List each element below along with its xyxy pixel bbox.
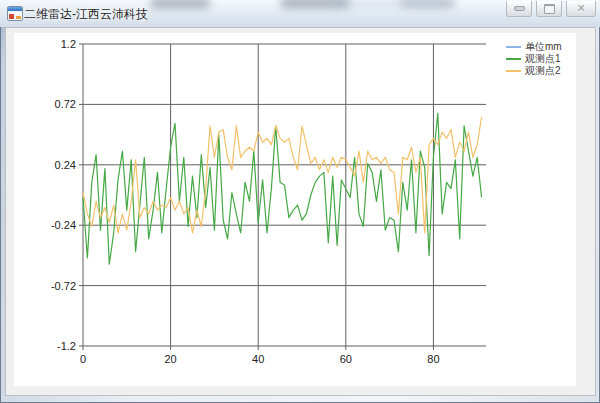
legend-item: 观测点1 xyxy=(506,53,574,65)
maximize-button[interactable] xyxy=(536,1,562,17)
window-title: 二维雷达-江西云沛科技 xyxy=(24,6,148,23)
svg-text:-0.72: -0.72 xyxy=(51,280,76,292)
legend-label-unit: 单位mm xyxy=(525,41,562,53)
svg-text:-0.24: -0.24 xyxy=(51,219,76,231)
svg-text:0: 0 xyxy=(80,353,86,365)
legend-swatch-point1 xyxy=(506,58,521,60)
svg-text:40: 40 xyxy=(252,353,264,365)
app-icon-orange-block xyxy=(16,16,21,19)
minimize-icon xyxy=(514,6,525,11)
svg-text:0.24: 0.24 xyxy=(55,159,76,171)
app-window: 二维雷达-江西云沛科技 ✕ 1.20.720.24-0.24-0.72-1.20… xyxy=(0,0,600,403)
chart-legend: 单位mm 观测点1 观测点2 xyxy=(506,41,574,77)
svg-text:1.2: 1.2 xyxy=(61,38,76,50)
app-icon xyxy=(7,6,23,21)
glass-smudge xyxy=(330,0,450,6)
legend-swatch-unit xyxy=(506,46,521,48)
legend-item: 观测点2 xyxy=(506,65,574,77)
legend-swatch-point2 xyxy=(506,70,521,72)
maximize-icon xyxy=(544,4,555,14)
app-icon-red-block xyxy=(9,14,14,19)
chart-canvas: 1.20.720.24-0.24-0.72-1.2020406080 xyxy=(14,33,576,386)
client-area: 1.20.720.24-0.24-0.72-1.2020406080 单位mm … xyxy=(5,27,596,396)
glass-smudge xyxy=(150,0,210,8)
legend-label-point2: 观测点2 xyxy=(525,65,561,77)
svg-text:60: 60 xyxy=(340,353,352,365)
svg-text:80: 80 xyxy=(427,353,439,365)
svg-text:-1.2: -1.2 xyxy=(57,340,76,352)
minimize-button[interactable] xyxy=(506,1,532,17)
legend-item: 单位mm xyxy=(506,41,574,53)
svg-text:0.72: 0.72 xyxy=(55,98,76,110)
close-button[interactable]: ✕ xyxy=(566,1,596,17)
chart-panel: 1.20.720.24-0.24-0.72-1.2020406080 单位mm … xyxy=(14,33,576,386)
app-icon-titlebar xyxy=(8,7,22,11)
legend-label-point1: 观测点1 xyxy=(525,53,561,65)
window-controls: ✕ xyxy=(506,1,596,17)
close-icon: ✕ xyxy=(576,3,585,14)
svg-text:20: 20 xyxy=(164,353,176,365)
